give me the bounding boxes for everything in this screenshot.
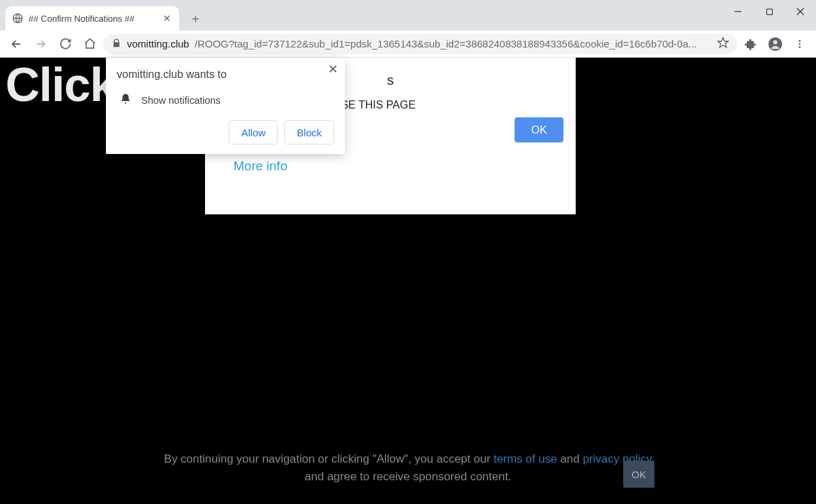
svg-point-9 [799,43,801,45]
reload-button[interactable] [54,33,76,55]
browser-toolbar: vomitting.club/ROOG?tag_id=737122&sub_id… [0,31,816,58]
home-button[interactable] [79,33,100,55]
block-button[interactable]: Block [284,120,334,144]
window-controls [722,0,816,23]
extensions-button[interactable] [740,33,762,55]
menu-button[interactable] [789,33,811,55]
svg-marker-5 [718,38,728,47]
url-path: /ROOG?tag_id=737122&sub_id1=pdsk_1365143… [195,38,711,50]
url-host: vomitting.club [127,38,189,50]
browser-tab[interactable]: ## Confirm Notifications ## ✕ [5,6,179,31]
address-bar[interactable]: vomitting.club/ROOG?tag_id=737122&sub_id… [103,34,737,54]
more-info-link[interactable]: More info [234,159,287,174]
terms-link[interactable]: terms of use [494,452,557,465]
svg-point-8 [799,40,801,42]
consent-footer: By continuing your navigation or clickin… [0,450,816,485]
minimize-button[interactable] [722,0,754,23]
svg-point-7 [773,40,777,44]
bell-icon [119,93,132,107]
forward-button[interactable] [30,33,52,55]
svg-rect-2 [766,9,772,14]
footer-text: By continuing your navigation or clickin… [164,452,494,465]
footer-ok-button[interactable]: OK [623,461,654,488]
notification-permission-prompt: ✕ vomitting.club wants to Show notificat… [106,58,345,154]
profile-button[interactable] [764,33,786,55]
lock-icon [111,38,122,50]
allow-button[interactable]: Allow [229,120,278,144]
footer-text-2: and agree to receive sponsored content. [305,470,511,483]
permission-origin-text: vomitting.club wants to [117,69,334,81]
globe-icon [12,13,23,24]
close-icon[interactable]: ✕ [162,13,172,24]
close-icon[interactable]: ✕ [328,62,338,77]
back-button[interactable] [5,33,27,55]
tab-title: ## Confirm Notifications ## [29,14,156,24]
svg-point-10 [799,46,801,48]
bookmark-star-icon[interactable] [717,37,729,51]
tab-strip: ## Confirm Notifications ## ✕ ＋ [0,0,816,31]
close-window-button[interactable] [785,0,816,23]
maximize-button[interactable] [754,0,785,23]
page-modal-ok-button[interactable]: OK [515,117,563,142]
permission-label: Show notifications [141,95,221,106]
new-tab-button[interactable]: ＋ [186,9,205,28]
